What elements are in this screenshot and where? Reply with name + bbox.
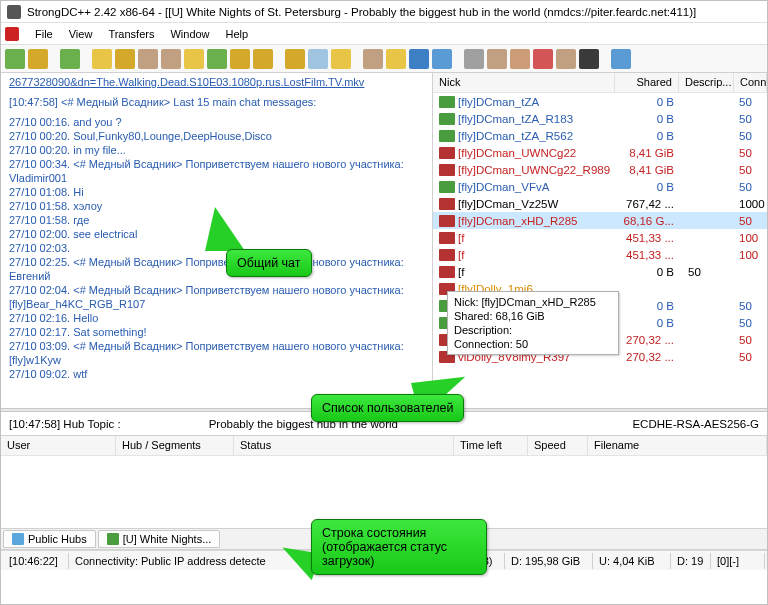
- col-shared[interactable]: Shared: [615, 73, 679, 92]
- toolbar-icon[interactable]: [92, 49, 112, 69]
- toolbar-icon[interactable]: [207, 49, 227, 69]
- user-list[interactable]: [fly]DCman_tZA0 B50[fly]DCman_tZA_R1830 …: [433, 93, 767, 408]
- chat-line: 27/10 02:16. Hello: [9, 311, 426, 325]
- user-nick: [f: [458, 266, 616, 278]
- user-shared: 451,33 ...: [616, 232, 680, 244]
- col-user[interactable]: User: [1, 436, 116, 455]
- transfers-list[interactable]: [1, 456, 767, 528]
- window-title: StrongDC++ 2.42 x86-64 - [[U] White Nigh…: [27, 6, 696, 18]
- menu-view[interactable]: View: [61, 26, 101, 42]
- toolbar-icon[interactable]: [285, 49, 305, 69]
- menu-help[interactable]: Help: [218, 26, 257, 42]
- toolbar-icon[interactable]: [253, 49, 273, 69]
- user-shared: 0 B: [616, 300, 680, 312]
- callout-chat: Общий чат: [226, 249, 312, 277]
- col-hub-segments[interactable]: Hub / Segments: [116, 436, 234, 455]
- user-shared: 0 B: [616, 96, 680, 108]
- user-connection: 50: [735, 300, 767, 312]
- toolbar-icon[interactable]: [308, 49, 328, 69]
- user-row[interactable]: [fly]DCman_UWNCg228,41 GiB50: [433, 144, 767, 161]
- user-shared: 8,41 GiB: [616, 147, 680, 159]
- user-status-icon: [439, 113, 455, 125]
- tab-hub-white-nights[interactable]: [U] White Nights...: [98, 530, 221, 548]
- toolbar-icon[interactable]: [230, 49, 250, 69]
- user-connection: 50: [735, 164, 767, 176]
- toolbar-icon[interactable]: [138, 49, 158, 69]
- user-connection: 50: [735, 113, 767, 125]
- user-connection: 50: [735, 96, 767, 108]
- user-nick: [fly]DCman_Vz25W: [458, 198, 616, 210]
- user-row[interactable]: [fly]DCman_tZA_R5620 B50: [433, 127, 767, 144]
- toolbar-icon[interactable]: [579, 49, 599, 69]
- user-connection: 50: [735, 181, 767, 193]
- user-connection: 50: [684, 266, 735, 278]
- toolbar-icon[interactable]: [386, 49, 406, 69]
- user-shared: 0 B: [616, 113, 680, 125]
- chat-magnet-link[interactable]: 2677328090&dn=The.Walking.Dead.S10E03.10…: [9, 76, 364, 88]
- globe-icon: [12, 533, 24, 545]
- toolbar-icon[interactable]: [487, 49, 507, 69]
- toolbar-icon[interactable]: [533, 49, 553, 69]
- toolbar-icon[interactable]: [611, 49, 631, 69]
- toolbar-icon[interactable]: [510, 49, 530, 69]
- user-connection: 50: [735, 351, 767, 363]
- user-status-icon: [439, 232, 455, 244]
- user-row[interactable]: [fly]DCman_UWNCg22_R9898,41 GiB50: [433, 161, 767, 178]
- user-shared: 0 B: [616, 317, 680, 329]
- user-shared: 451,33 ...: [616, 249, 680, 261]
- chat-line: 27/10 00:20. Soul,Funky80,Lounge,DeepHou…: [9, 129, 426, 143]
- toolbar-icon[interactable]: [28, 49, 48, 69]
- user-status-icon: [439, 147, 455, 159]
- user-connection: 50: [735, 147, 767, 159]
- col-filename[interactable]: Filename: [588, 436, 767, 455]
- user-row[interactable]: [f451,33 ...100: [433, 246, 767, 263]
- user-shared: 270,32 ...: [616, 334, 680, 346]
- chat-line: 27/10 09:02. wtf: [9, 367, 426, 381]
- user-row[interactable]: [fly]DCman_tZA_R1830 B50: [433, 110, 767, 127]
- user-row[interactable]: [fly]DCman_tZA0 B50: [433, 93, 767, 110]
- toolbar-icon[interactable]: [184, 49, 204, 69]
- menu-transfers[interactable]: Transfers: [100, 26, 162, 42]
- callout-tail: [205, 207, 245, 251]
- tab-public-hubs[interactable]: Public Hubs: [3, 530, 96, 548]
- user-status-icon: [439, 266, 455, 278]
- col-nick[interactable]: Nick: [433, 73, 615, 92]
- user-row[interactable]: [f0 B50: [433, 263, 767, 280]
- user-row[interactable]: [fly]DCman_xHD_R28568,16 G...50: [433, 212, 767, 229]
- toolbar-icon[interactable]: [5, 49, 25, 69]
- toolbar-icon[interactable]: [115, 49, 135, 69]
- col-time-left[interactable]: Time left: [454, 436, 528, 455]
- user-row[interactable]: [f451,33 ...100: [433, 229, 767, 246]
- user-nick: [fly]DCman_tZA: [458, 96, 616, 108]
- menu-file[interactable]: File: [27, 26, 61, 42]
- toolbar-icon[interactable]: [409, 49, 429, 69]
- user-connection: 1000: [735, 198, 767, 210]
- user-connection: 100: [735, 249, 767, 261]
- user-row[interactable]: [fly]DCman_VFvA0 B50: [433, 178, 767, 195]
- user-shared: 0 B: [616, 181, 680, 193]
- user-status-icon: [439, 164, 455, 176]
- user-status-icon: [439, 181, 455, 193]
- chat-line: 27/10 00:20. in my file...: [9, 143, 426, 157]
- user-row[interactable]: [fly]DCman_Vz25W767,42 ...1000: [433, 195, 767, 212]
- toolbar-icon[interactable]: [60, 49, 80, 69]
- col-status[interactable]: Status: [234, 436, 454, 455]
- col-description[interactable]: Descrip...: [679, 73, 734, 92]
- callout-userlist: Список пользователей: [311, 394, 464, 422]
- chat-line: 27/10 02:25. <# Медный Всадник> Попривет…: [9, 255, 426, 283]
- status-down: D: 195,98 GiB: [505, 553, 593, 569]
- chat-line: 27/10 00:16. and you ?: [9, 115, 426, 129]
- chat-line: [10:47:58] <# Медный Всадник> Last 15 ma…: [9, 95, 426, 109]
- menu-window[interactable]: Window: [162, 26, 217, 42]
- toolbar-icon[interactable]: [363, 49, 383, 69]
- toolbar-icon[interactable]: [331, 49, 351, 69]
- topic-timestamp: [10:47:58] Hub Topic :: [1, 418, 129, 430]
- col-speed[interactable]: Speed: [528, 436, 588, 455]
- user-shared: 68,16 G...: [616, 215, 680, 227]
- toolbar-icon[interactable]: [556, 49, 576, 69]
- toolbar-icon[interactable]: [432, 49, 452, 69]
- toolbar-icon[interactable]: [464, 49, 484, 69]
- toolbar-icon[interactable]: [161, 49, 181, 69]
- callout-status: Строка состояния (отображается статус за…: [311, 519, 487, 575]
- col-connection[interactable]: Connec: [734, 73, 767, 92]
